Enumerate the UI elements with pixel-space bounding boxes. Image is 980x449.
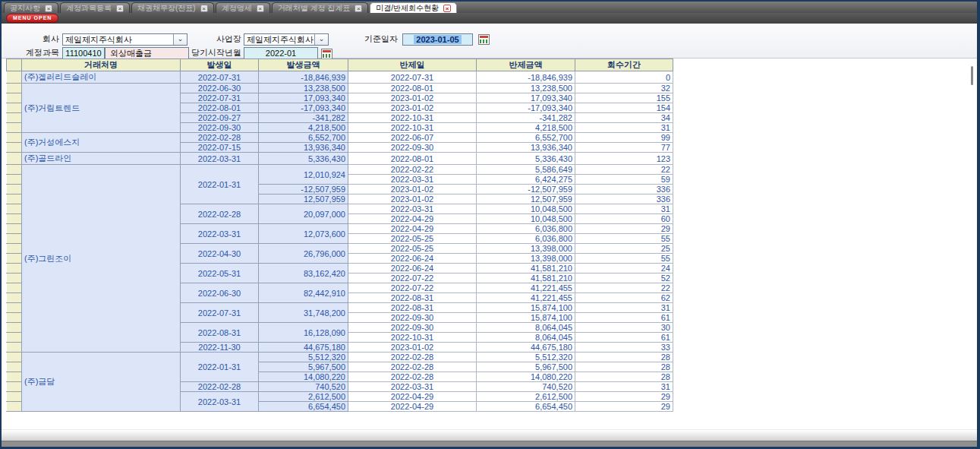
row-indicator[interactable] [7,153,22,165]
collect-days-cell[interactable]: 32 [575,84,673,93]
settle-amount-cell[interactable]: 14,080,220 [477,372,575,382]
row-indicator[interactable] [7,123,22,133]
collect-days-cell[interactable]: 28 [575,372,673,382]
settle-date-cell[interactable]: 2022-04-29 [348,214,477,224]
row-indicator[interactable] [7,274,22,283]
occur-date-cell[interactable]: 2022-07-31 [181,303,259,323]
settle-date-cell[interactable]: 2022-09-30 [348,313,477,323]
settle-date-cell[interactable]: 2023-01-02 [348,194,477,204]
settle-date-cell[interactable]: 2022-10-31 [348,113,477,123]
row-indicator[interactable] [7,214,22,224]
row-indicator[interactable] [7,93,22,103]
row-indicator[interactable] [7,113,22,123]
row-indicator[interactable] [7,323,22,333]
occur-amount-cell[interactable]: 12,073,600 [259,224,348,244]
settle-amount-cell[interactable]: -18,846,939 [477,71,575,84]
settle-amount-cell[interactable]: 6,424,275 [477,175,575,185]
settle-amount-cell[interactable]: 13,238,500 [477,84,575,93]
collect-days-cell[interactable]: 77 [575,143,673,153]
occur-date-cell[interactable]: 2022-11-30 [181,343,259,353]
settle-amount-cell[interactable]: 5,336,430 [477,153,575,165]
row-indicator[interactable] [7,283,22,293]
occur-amount-cell[interactable]: 14,080,220 [259,372,348,382]
row-indicator[interactable] [7,244,22,254]
settle-date-cell[interactable]: 2022-08-01 [348,153,477,165]
settle-date-cell[interactable]: 2022-10-31 [348,333,477,343]
tab-notice[interactable]: 공지사항 × [4,2,58,13]
settle-amount-cell[interactable]: 6,036,800 [477,234,575,244]
settle-amount-cell[interactable]: -12,507,959 [477,185,575,194]
settle-date-cell[interactable]: 2022-03-31 [348,175,477,185]
occur-amount-cell[interactable]: 83,162,420 [259,264,348,283]
settle-amount-cell[interactable]: 740,520 [477,382,575,392]
collect-days-cell[interactable]: 52 [575,274,673,283]
settle-date-cell[interactable]: 2022-06-24 [348,254,477,264]
occur-amount-cell[interactable]: 16,128,090 [259,323,348,343]
settle-date-cell[interactable]: 2022-07-22 [348,274,477,283]
collect-days-cell[interactable]: 31 [575,123,673,133]
chevron-down-icon[interactable]: ⌄ [314,34,328,45]
collect-days-cell[interactable]: 25 [575,244,673,254]
tab-receivable-ledger[interactable]: 채권채무장(전표) × [131,2,214,13]
occur-date-cell[interactable]: 2022-07-15 [181,143,259,153]
settle-date-cell[interactable]: 2022-05-25 [348,234,477,244]
row-indicator[interactable] [7,264,22,274]
tab-close-icon[interactable]: × [200,5,208,12]
occur-amount-cell[interactable]: 17,093,340 [259,93,348,103]
collect-days-cell[interactable]: 154 [575,103,673,113]
occur-date-cell[interactable]: 2022-02-28 [181,382,259,392]
occur-amount-cell[interactable]: -18,846,939 [259,71,348,84]
account-code-input[interactable]: 11100410 [62,47,105,59]
occur-amount-cell[interactable]: 740,520 [259,382,348,392]
occur-amount-cell[interactable]: 5,967,500 [259,362,348,372]
occur-date-cell[interactable]: 2022-02-28 [181,204,259,224]
occur-amount-cell[interactable]: 6,552,700 [259,133,348,143]
settle-date-cell[interactable]: 2022-04-29 [348,224,477,234]
occur-date-cell[interactable]: 2022-08-31 [181,323,259,343]
customer-name-cell[interactable]: (주)그린조이 [22,165,181,353]
settle-date-cell[interactable]: 2022-04-29 [348,392,477,402]
settle-date-cell[interactable]: 2022-08-01 [348,84,477,93]
settle-amount-cell[interactable]: 17,093,340 [477,93,575,103]
collect-days-cell[interactable]: 62 [575,293,673,303]
settle-date-cell[interactable]: 2023-01-02 [348,103,477,113]
settle-date-cell[interactable]: 2022-05-25 [348,244,477,254]
occur-date-cell[interactable]: 2022-08-01 [181,103,259,113]
row-indicator[interactable] [7,293,22,303]
row-indicator[interactable] [7,185,22,194]
row-indicator[interactable] [7,224,22,234]
collect-days-cell[interactable]: 336 [575,194,673,204]
collect-days-cell[interactable]: 61 [575,333,673,343]
occur-amount-cell[interactable]: 20,097,000 [259,204,348,224]
settle-date-cell[interactable]: 2022-07-31 [348,71,477,84]
collect-days-cell[interactable]: 29 [575,392,673,402]
row-indicator[interactable] [7,175,22,185]
row-indicator[interactable] [7,362,22,372]
collect-days-cell[interactable]: 336 [575,185,673,194]
occur-amount-cell[interactable]: -341,282 [259,113,348,123]
row-indicator[interactable] [7,343,22,353]
occur-date-cell[interactable]: 2022-06-30 [181,84,259,93]
row-indicator[interactable] [7,204,22,214]
customer-name-cell[interactable]: (주)겔러리드슬레이 [22,71,181,84]
tab-close-icon[interactable]: × [116,5,124,12]
row-indicator[interactable] [7,194,22,204]
collect-days-cell[interactable]: 29 [575,402,673,412]
header-occur-amount[interactable]: 발생금액 [259,59,348,71]
settle-amount-cell[interactable]: -17,093,340 [477,103,575,113]
collect-days-cell[interactable]: 155 [575,93,673,103]
collect-days-cell[interactable]: 31 [575,303,673,313]
collect-days-cell[interactable]: 0 [575,71,673,84]
occur-date-cell[interactable]: 2022-03-31 [181,153,259,165]
row-indicator[interactable] [7,84,22,93]
row-indicator[interactable] [7,254,22,264]
settle-date-cell[interactable]: 2023-01-02 [348,93,477,103]
start-month-input[interactable]: 2022-01 [244,47,318,59]
header-settle-amount[interactable]: 반제금액 [477,59,575,71]
tab-open-settlement-status[interactable]: 미결/반제회수현황 × [370,2,457,13]
settle-amount-cell[interactable]: 15,874,100 [477,313,575,323]
collect-days-cell[interactable]: 59 [575,175,673,185]
tab-close-icon[interactable]: × [355,5,362,12]
settle-amount-cell[interactable]: 13,398,000 [477,244,575,254]
tab-close-icon[interactable]: × [443,5,451,12]
